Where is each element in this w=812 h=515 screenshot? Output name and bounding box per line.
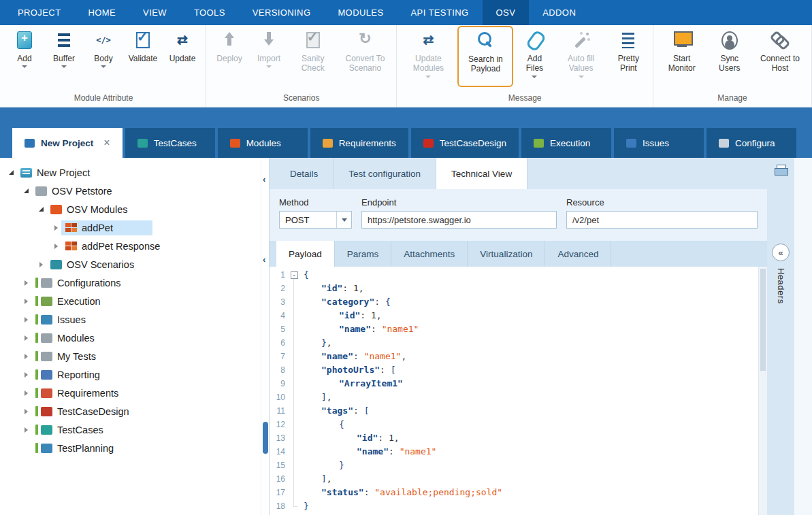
tab-virtualization[interactable]: Virtualization: [468, 241, 545, 267]
expand-toggle-icon[interactable]: [50, 244, 61, 249]
ribbon-button-start-monitor[interactable]: Start Monitor: [657, 25, 707, 91]
doc-tab-execution[interactable]: Execution: [521, 128, 611, 158]
tree-item-testcasedesign[interactable]: TestCaseDesign: [0, 402, 261, 420]
ribbon-button-import[interactable]: Import: [249, 25, 289, 91]
menu-item-modules[interactable]: MODULES: [324, 0, 397, 25]
doc-tab-label: Issues: [643, 138, 669, 148]
menu-item-versioning[interactable]: VERSIONING: [239, 0, 325, 25]
menu-item-osv[interactable]: OSV: [483, 0, 530, 25]
ribbon-button-sanity-check[interactable]: Sanity Check: [289, 25, 337, 91]
fold-collapse-icon[interactable]: -: [291, 271, 298, 279]
expand-toggle-icon[interactable]: [20, 354, 31, 359]
ribbon-button-update[interactable]: Update: [163, 25, 202, 91]
doc-tab-modules[interactable]: Modules: [218, 128, 308, 158]
resource-input[interactable]: [566, 211, 758, 229]
ribbon-button-buffer[interactable]: Buffer: [44, 25, 84, 91]
ribbon-button-sync-users[interactable]: Sync Users: [707, 25, 752, 91]
tab-technical-view[interactable]: Technical View: [436, 158, 527, 189]
menu-item-project[interactable]: PROJECT: [4, 0, 74, 25]
print-icon[interactable]: [775, 165, 787, 176]
tree-item-testcases[interactable]: TestCases: [0, 420, 261, 439]
tree-item-osv-modules[interactable]: OSV Modules: [0, 200, 261, 218]
tree-item-new-project[interactable]: New Project: [0, 163, 261, 182]
close-tab-icon[interactable]: ×: [103, 137, 110, 149]
code-line: 6},: [270, 336, 758, 350]
collapse-panel-icon[interactable]: ‹: [263, 175, 265, 184]
scrollbar-thumb[interactable]: [760, 269, 766, 371]
expand-toggle-icon[interactable]: [20, 299, 31, 304]
payload-editor[interactable]: 1-{2"id": 1,3"category": {4"id": 1,5"nam…: [270, 267, 767, 515]
menu-item-home[interactable]: HOME: [74, 0, 129, 25]
tree-item-addpet[interactable]: addPet: [0, 218, 261, 237]
chevron-down-icon[interactable]: [336, 212, 351, 228]
menu-item-api-testing[interactable]: API TESTING: [397, 0, 482, 25]
fold-gutter: [289, 445, 299, 459]
tree-scrollbar-thumb[interactable]: [263, 422, 268, 454]
ribbon-button-search-in-payload[interactable]: Search in Payload: [457, 26, 513, 87]
expand-toggle-icon[interactable]: [20, 391, 31, 396]
fold-gutter[interactable]: -: [289, 268, 299, 282]
tree-item-execution[interactable]: Execution: [0, 292, 261, 310]
ribbon-button-pretty-print[interactable]: Pretty Print: [608, 25, 649, 91]
tree-item-label: Execution: [57, 296, 101, 307]
doc-tab-issues[interactable]: Issues: [614, 128, 704, 158]
splitter[interactable]: ‹ ‹: [261, 158, 269, 515]
doc-tab-label: New Project: [41, 138, 93, 148]
tree-item-osv-scenarios[interactable]: OSV Scenarios: [0, 255, 261, 273]
ribbon-button-connect-to-host[interactable]: Connect to Host: [752, 25, 808, 91]
tree-item-label: OSV Modules: [67, 204, 127, 215]
method-select[interactable]: POST: [279, 211, 352, 229]
tree-item-issues[interactable]: Issues: [0, 310, 261, 329]
ribbon-button-add-files[interactable]: Add Files: [515, 25, 554, 91]
tree-item-testplanning[interactable]: TestPlanning: [0, 439, 261, 457]
editor-scrollbar[interactable]: [758, 267, 767, 515]
expand-toggle-icon[interactable]: [20, 372, 31, 378]
expand-toggle-icon[interactable]: [20, 335, 31, 341]
folder-icon: [50, 260, 62, 269]
expand-headers-icon[interactable]: «: [772, 244, 790, 261]
tree-item-requirements[interactable]: Requirements: [0, 384, 261, 402]
doc-tab-requirements[interactable]: Requirements: [310, 128, 408, 158]
fold-gutter: [289, 418, 299, 431]
ribbon-button-validate[interactable]: Validate: [123, 25, 163, 91]
ribbon-button-body[interactable]: Body: [84, 25, 123, 91]
expand-toggle-icon[interactable]: [20, 280, 31, 286]
tab-advanced[interactable]: Advanced: [545, 241, 611, 267]
expand-toggle-icon[interactable]: [35, 207, 46, 212]
tree-item-reporting[interactable]: Reporting: [0, 365, 261, 384]
endpoint-input[interactable]: [361, 211, 557, 229]
collapse-panel-icon[interactable]: ‹: [263, 255, 265, 264]
tree-item-modules[interactable]: Modules: [0, 329, 261, 347]
menu-item-addon[interactable]: ADDON: [529, 0, 589, 25]
menu-item-tools[interactable]: TOOLS: [180, 0, 239, 25]
tree-item-configurations[interactable]: Configurations: [0, 273, 261, 292]
ribbon-button-auto-fill-values[interactable]: Auto fill Values: [554, 25, 607, 91]
expand-toggle-icon[interactable]: [20, 188, 31, 193]
doc-tab-configura[interactable]: Configura: [707, 128, 796, 158]
tree-item-my-tests[interactable]: My Tests: [0, 347, 261, 365]
ribbon-button-deploy[interactable]: Deploy: [210, 25, 249, 91]
tree-item-osv-petstore[interactable]: OSV Petstore: [0, 182, 261, 200]
doc-tab-new-project[interactable]: New Project×: [12, 128, 123, 158]
ribbon-button-add[interactable]: Add: [5, 25, 44, 91]
expand-toggle-icon[interactable]: [35, 262, 46, 267]
tree-item-label: OSV Scenarios: [67, 259, 134, 270]
expand-toggle-icon[interactable]: [50, 225, 61, 231]
menu-item-view[interactable]: VIEW: [129, 0, 180, 25]
line-number: 8: [270, 363, 289, 377]
tab-details[interactable]: Details: [275, 158, 334, 189]
tab-payload[interactable]: Payload: [276, 241, 335, 267]
ribbon-button-convert-to-scenario[interactable]: Convert To Scenario: [337, 25, 393, 91]
doc-tab-testcasedesign[interactable]: TestCaseDesign: [411, 128, 519, 158]
expand-toggle-icon[interactable]: [5, 170, 16, 175]
expand-toggle-icon[interactable]: [20, 427, 31, 433]
tab-test-configuration[interactable]: Test configuration: [334, 158, 436, 189]
tree-item-addpet-response[interactable]: addPet Response: [0, 237, 261, 255]
expand-toggle-icon[interactable]: [20, 409, 31, 414]
folder-icon: [41, 352, 52, 361]
expand-toggle-icon[interactable]: [20, 317, 31, 322]
ribbon-button-update-modules[interactable]: Update Modules: [400, 25, 456, 91]
doc-tab-testcases[interactable]: TestCases: [125, 128, 215, 158]
tab-attachments[interactable]: Attachments: [391, 241, 468, 267]
tab-params[interactable]: Params: [335, 241, 392, 267]
